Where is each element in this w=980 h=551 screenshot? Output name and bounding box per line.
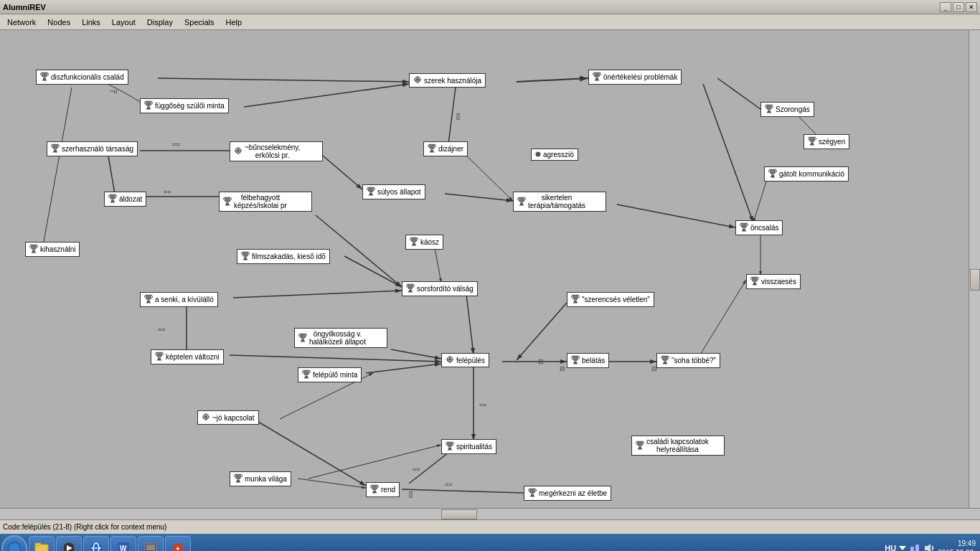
node-n12[interactable]: áldozat xyxy=(104,192,146,207)
svg-point-59 xyxy=(237,150,240,152)
node-n3[interactable]: szerhasználó társaság xyxy=(47,141,138,156)
trophy-icon xyxy=(223,197,232,207)
trophy-icon xyxy=(302,369,311,380)
trophy-icon xyxy=(517,197,526,207)
node-label: "soha többé?" xyxy=(672,357,716,364)
node-n13[interactable]: félbehagyottképzés/iskolai pr xyxy=(219,192,312,212)
svg-rect-109 xyxy=(305,376,308,377)
minimize-button[interactable]: _ xyxy=(940,2,951,12)
svg-rect-75 xyxy=(110,202,115,203)
node-n16[interactable]: öncsalás xyxy=(735,220,783,235)
node-n35[interactable]: megérkezni az életbe xyxy=(524,486,611,501)
maximize-button[interactable]: □ xyxy=(953,2,964,12)
svg-rect-99 xyxy=(301,341,305,342)
node-n33[interactable]: munka világa xyxy=(230,471,291,486)
svg-line-20 xyxy=(391,349,441,359)
svg-rect-55 xyxy=(54,150,57,151)
svg-rect-90 xyxy=(753,283,756,284)
gear-icon xyxy=(446,355,454,365)
svg-rect-69 xyxy=(771,175,774,176)
menu-layout[interactable]: Layout xyxy=(106,17,141,28)
lang-arrow-icon xyxy=(899,545,906,551)
node-n15[interactable]: sikertelenterápia/támogatás xyxy=(513,192,606,212)
menu-display[interactable]: Display xyxy=(141,17,179,28)
node-n28[interactable]: "soha többé?" xyxy=(656,353,720,368)
node-n4[interactable]: ~bűncselekmény,erkölcsi pr. xyxy=(230,141,323,161)
trophy-icon xyxy=(571,294,580,305)
node-label: agresszió xyxy=(543,151,574,159)
svg-rect-141 xyxy=(915,545,919,551)
node-n32[interactable]: családi kapcsolatokhelyreállítása xyxy=(631,435,725,456)
svg-line-43 xyxy=(753,177,768,222)
taskbar[interactable]: W ✦ HU 19:49 2015.09.09. xyxy=(0,534,980,551)
node-n19[interactable]: filmszakadás, kiesõ idõ xyxy=(237,249,330,264)
node-n10[interactable]: dizájner xyxy=(423,141,468,156)
node-n8[interactable]: szégyen xyxy=(804,134,849,149)
taskbar-ie[interactable] xyxy=(83,536,109,551)
node-n17[interactable]: kihasználni xyxy=(25,242,80,257)
trophy-icon xyxy=(410,237,418,248)
node-n7[interactable]: Szorongás xyxy=(760,102,814,117)
svg-rect-89 xyxy=(243,259,248,260)
menu-links[interactable]: Links xyxy=(76,17,106,28)
node-n26[interactable]: felépülés xyxy=(441,353,489,367)
svg-line-31 xyxy=(409,450,452,484)
trophy-icon xyxy=(108,194,117,204)
node-label: félbehagyottképzés/iskolai pr xyxy=(234,194,287,209)
close-button[interactable]: ✕ xyxy=(966,2,977,12)
node-n20[interactable]: visszaesés xyxy=(746,274,801,289)
svg-line-14 xyxy=(703,84,753,222)
svg-text:W: W xyxy=(120,545,127,551)
node-n23[interactable]: "szerencsés véletlen" xyxy=(567,292,654,307)
node-n29[interactable]: felépülő minta xyxy=(298,367,362,382)
svg-rect-114 xyxy=(448,448,451,449)
taskbar-app6[interactable]: ✦ xyxy=(165,536,191,551)
node-n2[interactable]: függőség szülői minta xyxy=(140,98,229,113)
taskbar-media[interactable] xyxy=(56,536,82,551)
gear-icon xyxy=(234,146,242,156)
node-n25[interactable]: képtelen változni xyxy=(151,349,224,364)
scrollbar-thumb-vertical[interactable] xyxy=(970,269,980,291)
svg-rect-70 xyxy=(771,176,775,178)
node-n9[interactable]: gátolt kommunikáció xyxy=(764,166,849,182)
scrollbar-bottom[interactable] xyxy=(0,508,980,519)
svg-text:[]: [] xyxy=(409,491,413,498)
node-n5[interactable]: szerek használója xyxy=(409,73,486,88)
node-n34[interactable]: rend xyxy=(366,482,400,497)
node-n30[interactable]: ~jó kapcsolat xyxy=(197,410,259,425)
start-button[interactable] xyxy=(1,535,27,551)
node-n22[interactable]: a senki, a kívülálló xyxy=(140,292,218,307)
node-label: filmszakadás, kiesõ idõ xyxy=(252,253,326,260)
node-label: szerhasználó társaság xyxy=(62,145,133,153)
node-label: káosz xyxy=(420,238,439,246)
taskbar-folder[interactable] xyxy=(29,536,55,551)
node-label: spiritualitás xyxy=(456,443,492,451)
node-n31[interactable]: spiritualitás xyxy=(441,439,496,454)
svg-rect-101 xyxy=(157,359,161,361)
svg-rect-115 xyxy=(448,449,452,451)
menu-nodes[interactable]: Nodes xyxy=(42,17,76,28)
node-n1[interactable]: diszfunkcionális család xyxy=(36,70,128,85)
menu-help[interactable]: Help xyxy=(220,17,248,28)
status-text: Code:felépülés (21-8) (Right click for c… xyxy=(3,523,166,531)
node-n6[interactable]: önértékelési problémák xyxy=(588,70,682,85)
svg-point-104 xyxy=(449,359,451,361)
svg-rect-84 xyxy=(32,250,35,252)
node-n18[interactable]: káosz xyxy=(405,235,443,250)
taskbar-word[interactable]: W xyxy=(110,536,136,551)
node-n27[interactable]: belátás xyxy=(567,353,609,368)
node-n24[interactable]: öngyilkosság v.halálközeli állapot xyxy=(294,328,387,348)
node-n14[interactable]: súlyos állapot xyxy=(362,184,425,199)
trophy-icon xyxy=(241,251,250,262)
language-indicator: HU xyxy=(885,544,896,551)
gear-icon xyxy=(413,75,422,85)
taskbar-app5[interactable] xyxy=(138,536,164,551)
window-controls[interactable]: _ □ ✕ xyxy=(940,2,977,12)
menu-network[interactable]: Network xyxy=(1,17,42,28)
scrollbar-right[interactable] xyxy=(969,30,980,508)
svg-line-3 xyxy=(244,84,409,107)
menu-specials[interactable]: Specials xyxy=(179,17,220,28)
node-n21[interactable]: sorsfordító válság xyxy=(402,281,478,296)
scrollbar-thumb-horizontal[interactable] xyxy=(441,509,477,519)
node-n11[interactable]: agresszió xyxy=(531,149,578,161)
